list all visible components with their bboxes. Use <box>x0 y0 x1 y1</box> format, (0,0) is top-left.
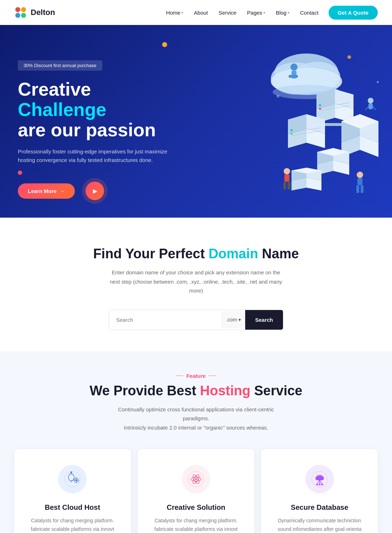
svg-rect-49 <box>357 178 362 185</box>
navbar: Delton Home ▾ About Service Pages ▾ Blog… <box>0 0 392 25</box>
feature-label: Feature <box>186 373 206 379</box>
secure-database-icon <box>305 465 334 493</box>
svg-rect-45 <box>368 103 373 109</box>
logo[interactable]: Delton <box>14 6 55 19</box>
hero-title-line1: Creative <box>18 79 91 100</box>
domain-search-bar: .com ▾ Search <box>109 310 283 330</box>
domain-title-accent: Domain <box>208 246 258 261</box>
nav-contact[interactable]: Contact <box>296 7 323 19</box>
chevron-down-icon: ▾ <box>181 11 183 15</box>
nav-links: Home ▾ About Service Pages ▾ Blog ▾ Cont… <box>162 6 378 20</box>
hero-illustration <box>185 25 392 218</box>
svg-point-2 <box>15 13 20 18</box>
cloud-host-icon <box>58 465 87 493</box>
svg-point-56 <box>347 55 351 59</box>
logo-icon <box>14 6 27 19</box>
svg-point-86 <box>321 484 323 486</box>
feature-title-part2: Service <box>251 383 303 398</box>
svg-point-44 <box>368 98 373 103</box>
svg-point-1 <box>21 7 26 12</box>
domain-extension-select[interactable]: .com ▾ <box>222 311 245 328</box>
hero-dot-yellow <box>162 42 167 47</box>
svg-point-0 <box>15 7 20 12</box>
svg-rect-54 <box>283 182 286 189</box>
feature-section: Feature We Provide Best Hosting Service … <box>0 351 392 533</box>
hero-title: Creative Challenge are our passion <box>18 79 182 141</box>
feature-desc: Continually optimize cross functional ap… <box>107 405 285 432</box>
svg-point-72 <box>195 478 197 480</box>
domain-section: Find Your Perfect Domain Name Enter doma… <box>0 218 392 351</box>
svg-rect-11 <box>289 75 298 78</box>
domain-title-part1: Find Your Perfect <box>93 246 208 261</box>
svg-point-57 <box>277 95 279 98</box>
hero-subtitle: Professionally foster cutting-edge imper… <box>18 147 175 164</box>
svg-point-20 <box>319 108 321 110</box>
nav-service[interactable]: Service <box>214 7 241 19</box>
card-secure-database: Secure Database Dynamically communicate … <box>261 449 378 533</box>
card-creative-solution-title: Creative Solution <box>149 503 243 512</box>
svg-point-84 <box>316 484 318 486</box>
cards-row: Best Cloud Host Catalysts for chang merg… <box>14 449 378 533</box>
card-cloud-host-text: Catalysts for chang merging platform. fa… <box>26 517 119 533</box>
nav-about[interactable]: About <box>190 7 212 19</box>
chevron-down-icon: ▾ <box>263 11 265 15</box>
domain-title: Find Your Perfect Domain Name <box>14 246 378 262</box>
arrow-right-icon: → <box>60 188 65 194</box>
card-secure-database-text: Dynamically communicate techniction soun… <box>273 517 366 533</box>
svg-point-28 <box>290 133 293 135</box>
hero-title-accent: Challenge <box>18 99 107 120</box>
play-icon <box>86 182 104 200</box>
feature-title-part1: We Provide Best <box>90 383 200 398</box>
feature-title: We Provide Best Hosting Service <box>14 383 378 399</box>
svg-rect-51 <box>361 185 363 193</box>
domain-subtitle: Enter domain name of your choice and pic… <box>107 268 285 295</box>
svg-rect-53 <box>284 174 289 182</box>
hero-content: 30% Discount first annual purchase Creat… <box>0 60 200 204</box>
domain-title-part2: Name <box>258 246 299 261</box>
domain-search-button[interactable]: Search <box>245 310 283 330</box>
get-quote-button[interactable]: Get A Quote <box>329 6 378 20</box>
card-creative-solution: Creative Solution Catalysts for chang me… <box>138 449 254 533</box>
svg-rect-55 <box>288 182 290 189</box>
play-button[interactable] <box>82 178 108 204</box>
svg-point-80 <box>315 477 324 481</box>
domain-search-input[interactable] <box>109 311 222 329</box>
svg-line-46 <box>366 106 368 110</box>
learn-more-button[interactable]: Learn More → <box>18 183 75 199</box>
svg-point-3 <box>21 13 26 18</box>
chevron-down-icon: ▾ <box>288 11 289 15</box>
svg-point-19 <box>319 104 321 106</box>
creative-solution-icon <box>182 465 210 493</box>
hero-title-line2: are our passion <box>18 120 156 140</box>
svg-rect-50 <box>356 185 359 193</box>
nav-pages[interactable]: Pages ▾ <box>243 7 269 19</box>
svg-point-85 <box>319 484 320 486</box>
hero-section: 30% Discount first annual purchase Creat… <box>0 25 392 218</box>
svg-point-52 <box>284 168 290 174</box>
hero-badge: 30% Discount first annual purchase <box>18 60 102 71</box>
card-cloud-host: Best Cloud Host Catalysts for chang merg… <box>14 449 131 533</box>
card-cloud-host-title: Best Cloud Host <box>26 503 119 512</box>
card-creative-solution-text: Catalysts for chang merging platform. fa… <box>149 517 243 533</box>
hero-actions: Learn More → <box>18 178 182 204</box>
svg-line-47 <box>373 106 376 110</box>
card-secure-database-title: Secure Database <box>273 503 366 512</box>
svg-point-27 <box>290 129 293 131</box>
feature-title-accent: Hosting <box>200 383 250 398</box>
svg-point-62 <box>71 472 72 473</box>
svg-point-48 <box>357 172 363 178</box>
svg-point-9 <box>290 64 298 71</box>
logo-text: Delton <box>31 8 55 17</box>
nav-blog[interactable]: Blog ▾ <box>272 7 294 19</box>
nav-home[interactable]: Home ▾ <box>162 7 187 19</box>
svg-point-65 <box>75 479 77 481</box>
svg-point-58 <box>377 81 379 83</box>
